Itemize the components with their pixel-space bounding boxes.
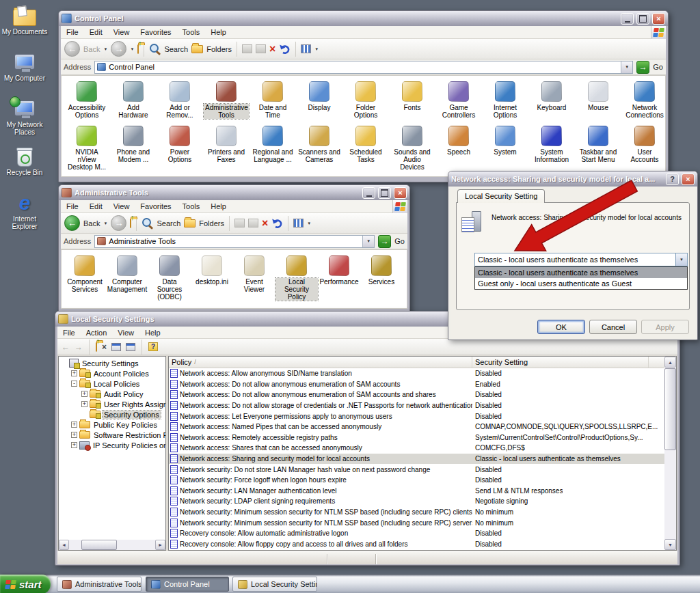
tree-item-ip-security-policies-on-loca[interactable]: +IP Security Policies on Loca (59, 440, 165, 450)
tree-expander[interactable]: + (71, 422, 77, 428)
maximize-button[interactable] (378, 187, 391, 199)
policy-row[interactable]: Recovery console: Allow floppy copy and … (169, 539, 664, 550)
administrative-tools-titlebar[interactable]: Administrative Tools (59, 185, 409, 200)
export-list-icon[interactable] (126, 343, 135, 351)
scroll-down-button[interactable] (664, 539, 676, 550)
search-icon[interactable] (142, 217, 153, 229)
policy-row[interactable]: Network security: LDAP client signing re… (169, 496, 664, 507)
delete-icon[interactable] (262, 219, 268, 228)
properties-icon[interactable] (111, 343, 121, 351)
shortcut-data-sources-odbc[interactable]: Data Sources (ODBC) (148, 256, 191, 301)
policy-row[interactable]: Network security: LAN Manager authentica… (169, 486, 664, 497)
policy-row[interactable]: Network access: Sharing and security mod… (169, 454, 664, 465)
policy-row[interactable]: Network access: Named Pipes that can be … (169, 422, 664, 432)
menu-item-file[interactable]: File (61, 26, 84, 38)
shortcut-computer-management[interactable]: Computer Management (106, 256, 148, 301)
shortcut-sounds-and-audio[interactable]: Sounds and Audio Devices (389, 126, 435, 171)
back-label[interactable]: Back (83, 219, 100, 227)
policy-row[interactable]: Network access: Allow anonymous SID/Name… (169, 368, 664, 379)
shortcut-regional-and-language[interactable]: Regional and Language ... (250, 126, 296, 171)
copy-to-icon[interactable] (248, 219, 258, 227)
delete-icon[interactable] (269, 44, 275, 54)
back-button[interactable] (64, 41, 80, 57)
policy-row[interactable]: Network security: Minimum session securi… (169, 517, 664, 528)
shortcut-add-or-remove-programs[interactable]: Add or Remov... (157, 81, 203, 119)
menu-item-tools[interactable]: Tools (177, 200, 206, 212)
address-input[interactable]: Control Panel (94, 61, 633, 74)
tree-item-audit-policy[interactable]: +Audit Policy (59, 389, 165, 399)
menu-item-file[interactable]: File (57, 327, 81, 339)
move-to-icon[interactable] (234, 219, 245, 227)
tree-item-public-key-policies[interactable]: +Public Key Policies (59, 419, 165, 430)
menu-item-file[interactable]: File (61, 200, 84, 212)
shortcut-network-connections[interactable]: Network Connections (621, 81, 666, 119)
control-panel-titlebar[interactable]: Control Panel (59, 11, 668, 26)
help-button[interactable] (666, 174, 679, 185)
shortcut-performance[interactable]: Performance (318, 256, 360, 301)
list-vertical-scrollbar[interactable] (664, 357, 676, 550)
folders-icon[interactable] (191, 45, 203, 53)
menu-item-help[interactable]: Help (139, 327, 166, 339)
address-input[interactable]: Administrative Tools (94, 235, 375, 248)
policy-row[interactable]: Network access: Do not allow storage of … (169, 400, 664, 411)
policy-row[interactable]: Network security: Do not store LAN Manag… (169, 464, 664, 475)
taskbar-task-local-security-settings[interactable]: Local Security Settings (232, 577, 317, 592)
shortcut-taskbar-and-start-menu[interactable]: Taskbar and Start Menu (575, 126, 621, 171)
search-label[interactable]: Search (157, 219, 180, 227)
desktop-icon-my-computer[interactable]: My Computer (0, 49, 49, 82)
shortcut-printers-and-faxes[interactable]: Printers and Faxes (203, 126, 250, 171)
shortcut-phone-and-modem[interactable]: Phone and Modem ... (110, 126, 157, 171)
tree-expander[interactable]: - (71, 381, 77, 387)
folders-icon[interactable] (184, 219, 196, 227)
shortcut-date-and-time[interactable]: Date and Time (250, 81, 296, 119)
dialog-titlebar[interactable]: Network access: Sharing and security mod… (448, 171, 697, 187)
menu-item-favorites[interactable]: Favorites (135, 26, 176, 38)
folders-label[interactable]: Folders (206, 45, 232, 53)
tree-expander[interactable]: + (71, 442, 77, 448)
address-dropdown-icon[interactable] (362, 236, 374, 247)
taskbar-task-administrative-tools[interactable]: Administrative Tools (57, 577, 142, 592)
policy-row[interactable]: Network access: Remotely accessible regi… (169, 432, 664, 443)
menu-item-help[interactable]: Help (205, 200, 232, 212)
tree-item-local-policies[interactable]: -Local Policies (59, 378, 165, 389)
shortcut-game-controllers[interactable]: Game Controllers (435, 81, 482, 119)
forward-button[interactable] (111, 41, 126, 57)
desktop-icon-my-documents[interactable]: My Documents (0, 3, 49, 36)
shortcut-services[interactable]: Services (360, 256, 403, 301)
forward-button[interactable] (111, 215, 126, 231)
menu-item-tools[interactable]: Tools (177, 26, 206, 38)
up-one-level-icon[interactable] (96, 343, 97, 351)
menu-item-help[interactable]: Help (205, 26, 232, 38)
tree-expander[interactable]: + (81, 391, 88, 397)
views-dropdown-icon[interactable] (307, 221, 311, 225)
menu-item-edit[interactable]: Edit (84, 200, 108, 212)
menu-item-edit[interactable]: Edit (84, 26, 108, 38)
shortcut-fonts[interactable]: Fonts (389, 81, 435, 119)
maximize-button[interactable] (636, 13, 649, 25)
back-button[interactable] (64, 215, 80, 231)
tree-expander[interactable]: + (71, 370, 77, 376)
shortcut-scanners-and-cameras[interactable]: Scanners and Cameras (296, 126, 342, 171)
scroll-up-button[interactable] (664, 357, 676, 368)
tree-item-software-restriction-policie[interactable]: +Software Restriction Policie (59, 430, 165, 440)
taskbar-task-control-panel[interactable]: Control Panel (146, 577, 229, 592)
shortcut-internet-options[interactable]: Internet Options (482, 81, 528, 119)
shortcut-speech[interactable]: Speech (435, 126, 482, 171)
shortcut-keyboard[interactable]: Keyboard (528, 81, 575, 119)
desktop-icon-my-network-places[interactable]: My Network Places (0, 96, 49, 136)
go-button[interactable] (378, 235, 391, 248)
dropdown-option-classic[interactable]: Classic - local users authenticate as th… (475, 267, 687, 278)
up-one-level-button[interactable] (137, 45, 139, 53)
back-icon[interactable] (62, 342, 70, 352)
address-dropdown-icon[interactable] (621, 61, 632, 73)
tree-item-account-policies[interactable]: +Account Policies (59, 368, 165, 378)
shortcut-event-viewer[interactable]: Event Viewer (233, 256, 275, 301)
undo-icon[interactable] (279, 44, 291, 55)
scrollbar-thumb[interactable] (81, 540, 117, 550)
apply-button[interactable]: Apply (641, 320, 689, 334)
shortcut-user-accounts[interactable]: User Accounts (621, 126, 666, 171)
menu-item-view[interactable]: View (108, 26, 135, 38)
shortcut-component-services[interactable]: Component Services (64, 256, 106, 301)
shortcut-nvidia-nview[interactable]: NVIDIA nView Desktop M... (64, 126, 110, 171)
menu-item-view[interactable]: View (112, 327, 139, 339)
